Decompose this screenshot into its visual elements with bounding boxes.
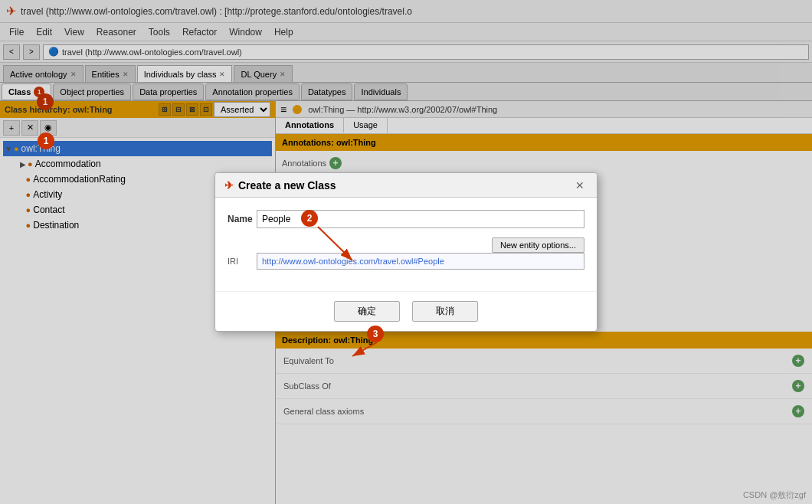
modal-actions: New entity options... bbox=[228, 237, 584, 253]
modal-body: Name New entity options... IRI http://ww… bbox=[215, 198, 597, 291]
modal-name-row: Name bbox=[228, 210, 584, 228]
entity-options-button[interactable]: New entity options... bbox=[492, 237, 584, 253]
modal-close-button[interactable]: ✕ bbox=[572, 178, 588, 193]
create-class-modal: ✈ Create a new Class ✕ Name New entity o… bbox=[214, 172, 598, 332]
modal-iri-value: http://www.owl-ontologies.com/travel.owl… bbox=[257, 253, 584, 270]
modal-title-text: Create a new Class bbox=[238, 179, 336, 191]
modal-app-icon: ✈ bbox=[224, 179, 234, 191]
modal-header: ✈ Create a new Class ✕ bbox=[215, 173, 597, 198]
modal-footer: 确定 取消 bbox=[215, 291, 597, 331]
modal-name-input[interactable] bbox=[257, 210, 584, 228]
modal-iri-row: IRI http://www.owl-ontologies.com/travel… bbox=[228, 253, 584, 270]
modal-iri-label: IRI bbox=[228, 257, 250, 266]
modal-overlay: ✈ Create a new Class ✕ Name New entity o… bbox=[0, 0, 812, 504]
modal-name-label: Name bbox=[228, 214, 250, 224]
modal-iri-text: http://www.owl-ontologies.com/travel.owl… bbox=[262, 257, 444, 266]
modal-title: ✈ Create a new Class bbox=[224, 179, 336, 191]
modal-confirm-button[interactable]: 确定 bbox=[334, 301, 400, 322]
modal-cancel-button[interactable]: 取消 bbox=[412, 301, 478, 322]
